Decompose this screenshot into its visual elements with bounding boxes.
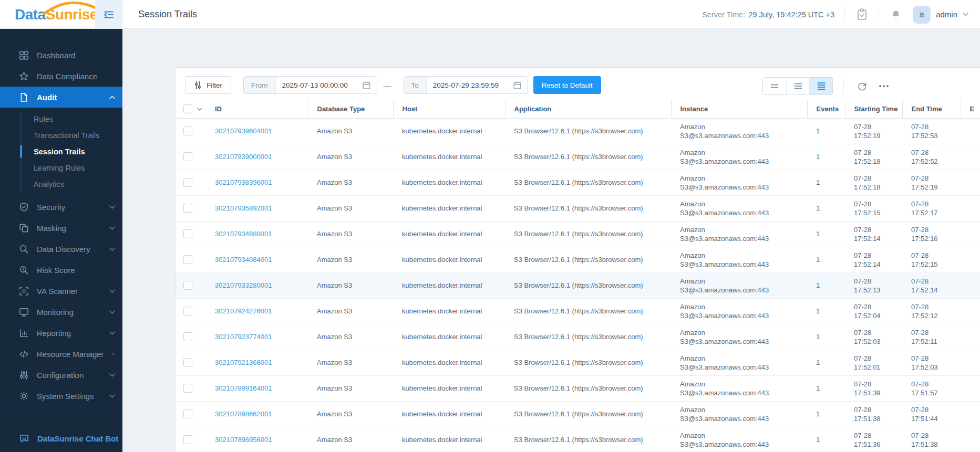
- user-menu[interactable]: a admin: [913, 6, 968, 24]
- cell-host: kubernetes.docker.internal: [393, 401, 505, 427]
- from-date-field[interactable]: From 2025-07-13 00:00:00: [243, 76, 377, 94]
- column-header-starting-time[interactable]: Starting Time: [845, 100, 902, 118]
- cell-starting-time: 07-2817:52:15: [845, 195, 902, 221]
- session-id-link[interactable]: 302107898662001: [215, 410, 272, 418]
- table-row[interactable]: 302107896956001 Amazon S3 kubernetes.doc…: [176, 427, 980, 452]
- calendar-icon[interactable]: [512, 77, 528, 93]
- sidebar-item-risk-score[interactable]: Risk Score: [0, 259, 122, 280]
- sidebar-item-audit[interactable]: Audit: [0, 87, 122, 108]
- column-header-instance[interactable]: Instance: [671, 100, 807, 118]
- from-date-value[interactable]: 2025-07-13 00:00:00: [276, 77, 361, 93]
- density-medium-button[interactable]: [786, 78, 809, 94]
- session-id-link[interactable]: 302107933280001: [215, 281, 272, 289]
- session-id-link[interactable]: 302107938396001: [215, 178, 272, 186]
- session-id-link[interactable]: 302107939000001: [215, 153, 272, 161]
- session-id-link[interactable]: 302107934888001: [215, 230, 272, 238]
- reset-to-default-button[interactable]: Reset to Default: [533, 76, 601, 94]
- session-id-link[interactable]: 302107939604001: [215, 127, 272, 135]
- to-date-value[interactable]: 2025-07-29 23:59:59: [427, 77, 512, 93]
- sidebar-item-transactional-trails[interactable]: Transactional Trails: [0, 127, 122, 143]
- sidebar-item-rules[interactable]: Rules: [0, 111, 122, 127]
- density-compact-button[interactable]: [763, 78, 786, 94]
- select-all-checkbox[interactable]: [183, 104, 192, 113]
- column-header-events[interactable]: Events: [807, 100, 845, 118]
- cell-extra: [961, 401, 980, 427]
- table-row[interactable]: 302107939000001 Amazon S3 kubernetes.doc…: [176, 144, 980, 170]
- session-id-link[interactable]: 302107921368001: [215, 359, 272, 366]
- sidebar-item-analytics[interactable]: Analytics: [0, 176, 122, 192]
- session-id-link[interactable]: 302107924276001: [215, 307, 272, 315]
- table-row[interactable]: 302107938396001 Amazon S3 kubernetes.doc…: [176, 170, 980, 195]
- sidebar-item-data-compliance[interactable]: Data Compliance: [0, 66, 122, 87]
- selection-menu-chevron-icon[interactable]: [197, 108, 202, 111]
- table-row[interactable]: 302107924276001 Amazon S3 kubernetes.doc…: [176, 298, 980, 324]
- row-checkbox[interactable]: [183, 358, 192, 367]
- table-row[interactable]: 302107939604001 Amazon S3 kubernetes.doc…: [176, 118, 980, 144]
- calendar-icon[interactable]: [361, 77, 377, 93]
- table-row[interactable]: 302107935892001 Amazon S3 kubernetes.doc…: [176, 195, 980, 221]
- row-checkbox[interactable]: [183, 255, 192, 264]
- table-row[interactable]: 302107921368001 Amazon S3 kubernetes.doc…: [176, 350, 980, 375]
- more-options-icon[interactable]: [876, 79, 891, 93]
- column-header-host[interactable]: Host: [393, 100, 505, 118]
- row-checkbox[interactable]: [183, 281, 192, 290]
- sidebar-item-learning-rules[interactable]: Learning Rules: [0, 160, 122, 176]
- column-header-application[interactable]: Application: [505, 100, 671, 118]
- sidebar-item-configuration[interactable]: Configuration: [0, 364, 122, 385]
- to-label: To: [404, 77, 427, 93]
- table-row[interactable]: 302107934084001 Amazon S3 kubernetes.doc…: [176, 247, 980, 272]
- table-row[interactable]: 302107899164001 Amazon S3 kubernetes.doc…: [176, 375, 980, 401]
- bell-icon[interactable]: [889, 8, 903, 22]
- chat-bubble-icon: [19, 434, 29, 444]
- cell-events: 1: [807, 144, 845, 170]
- sidebar-item-monitoring[interactable]: Monitoring: [0, 301, 122, 322]
- table-row[interactable]: 302107933280001 Amazon S3 kubernetes.doc…: [176, 272, 980, 298]
- column-header-e-truncated[interactable]: E: [961, 100, 980, 118]
- refresh-icon[interactable]: [854, 79, 869, 93]
- row-checkbox[interactable]: [183, 435, 192, 444]
- sidebar-item-masking[interactable]: Masking: [0, 217, 122, 238]
- cell-starting-time: 07-2817:52:13: [845, 272, 902, 298]
- row-checkbox[interactable]: [183, 332, 192, 341]
- session-id-link[interactable]: 302107934084001: [215, 256, 272, 264]
- clipboard-icon[interactable]: [855, 8, 869, 22]
- session-id-link[interactable]: 302107896956001: [215, 436, 272, 444]
- session-id-link[interactable]: 302107923774001: [215, 333, 272, 341]
- density-comfortable-button[interactable]: [809, 78, 832, 94]
- sidebar-item-system-settings[interactable]: System Settings: [0, 385, 122, 406]
- cell-database-type: Amazon S3: [308, 144, 393, 170]
- row-checkbox[interactable]: [183, 229, 192, 238]
- row-checkbox[interactable]: [183, 178, 192, 187]
- session-id-link[interactable]: 302107935892001: [215, 204, 272, 212]
- row-checkbox[interactable]: [183, 127, 192, 135]
- session-id-link[interactable]: 302107899164001: [215, 384, 272, 392]
- chat-bot-link[interactable]: DataSunrise Chat Bot: [0, 428, 122, 449]
- sidebar-item-reporting[interactable]: Reporting: [0, 322, 122, 343]
- row-checkbox[interactable]: [183, 307, 192, 316]
- row-checkbox[interactable]: [183, 204, 192, 213]
- sidebar-item-resource-manager[interactable]: Resource Manager: [0, 343, 122, 364]
- row-checkbox[interactable]: [183, 384, 192, 393]
- sidebar-item-session-trails[interactable]: Session Trails: [0, 143, 122, 160]
- column-header-id[interactable]: ID: [211, 100, 308, 118]
- cell-database-type: Amazon S3: [308, 221, 393, 247]
- sidebar-item-security[interactable]: Security: [0, 196, 122, 217]
- scan-icon: [19, 286, 29, 296]
- table-row[interactable]: 302107898662001 Amazon S3 kubernetes.doc…: [176, 401, 980, 427]
- sidebar-item-va-scanner[interactable]: VA Scanner: [0, 280, 122, 301]
- cell-end-time: 07-2817:52:19: [902, 170, 961, 195]
- sidebar-item-data-discovery[interactable]: Data Discovery: [0, 238, 122, 259]
- sidebar-collapse-button[interactable]: [95, 0, 122, 29]
- row-checkbox[interactable]: [183, 152, 192, 161]
- table-row[interactable]: 302107923774001 Amazon S3 kubernetes.doc…: [176, 324, 980, 350]
- code-icon: [19, 349, 29, 359]
- filter-button[interactable]: Filter: [185, 76, 231, 94]
- search-alert-icon: [19, 265, 29, 275]
- column-header-database-type[interactable]: Database Type: [308, 100, 393, 118]
- table-row[interactable]: 302107934888001 Amazon S3 kubernetes.doc…: [176, 221, 980, 247]
- star-icon: [19, 71, 29, 81]
- row-checkbox[interactable]: [183, 409, 192, 418]
- column-header-end-time[interactable]: End Time: [902, 100, 961, 118]
- sidebar-item-dashboard[interactable]: Dashboard: [0, 45, 122, 66]
- to-date-field[interactable]: To 2025-07-29 23:59:59: [404, 76, 528, 94]
